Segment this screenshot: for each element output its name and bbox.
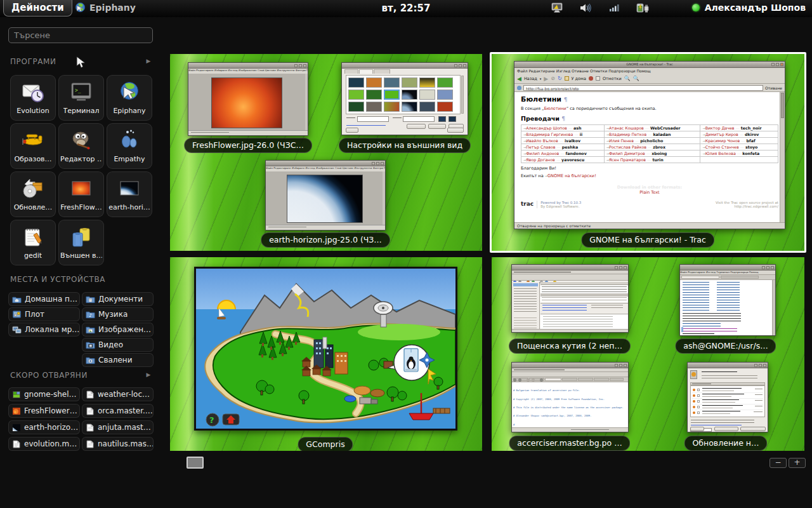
epiphany-urlbar-row: http://fsa-bg.org/project/gtp Отиване: [514, 84, 785, 92]
network-signal-icon[interactable]: [609, 3, 620, 13]
recent-item-evolution-po[interactable]: evolution.m…: [8, 437, 80, 451]
freshflower-thumbnail-icon: [68, 176, 95, 201]
place-item-pictures[interactable]: Изображен…: [82, 323, 154, 337]
document-icon: [86, 391, 95, 399]
reload-icon: ↻: [558, 76, 562, 81]
team-link: GNOME на български!: [547, 173, 596, 178]
system-status-icons: [551, 3, 650, 13]
app-item-epiphany[interactable]: Epiphany: [107, 75, 152, 121]
window-gimp-earth-horizon[interactable]: Файл Редактиране Избиране Изглед Изображ…: [265, 160, 386, 231]
volume-icon[interactable]: [580, 3, 593, 13]
activities-overview: Дейности Epiphany вт, 22:57: [0, 0, 812, 508]
battery-charging-icon[interactable]: [636, 3, 650, 13]
terminal-output: [680, 280, 772, 335]
recent-item-nautilus-po[interactable]: nautilus.mas…: [82, 437, 154, 451]
place-item-local-network[interactable]: Локална мр…: [8, 323, 80, 337]
window-appearance-settings[interactable]: [341, 62, 468, 135]
app-item-software-update[interactable]: Обновле…: [10, 171, 56, 217]
evolution-mail-icon: [20, 79, 46, 105]
trac-page-content: Бюлетини ¶ В секция „Бюлетини“ са период…: [514, 92, 785, 222]
window-caption-gcompris[interactable]: GCompris: [298, 437, 353, 451]
window-gedit[interactable]: # Bulgarian translation of accerciser po…: [511, 362, 629, 432]
gimp-canvas: [188, 74, 308, 130]
display-icon[interactable]: [551, 3, 563, 13]
recent-item-anjuta-po[interactable]: anjuta.mast…: [82, 420, 154, 434]
window-caption-mail[interactable]: Пощенска кутия (2 неп…: [509, 338, 631, 354]
earth-image: [287, 175, 363, 223]
app-item-empathy[interactable]: Empathy: [107, 123, 152, 169]
workspace-1[interactable]: Файл Редактиране Избиране Изглед Изображ…: [170, 54, 482, 251]
recent-item-orca-po[interactable]: orca.master.…: [82, 404, 154, 418]
software-update-icon: [20, 176, 46, 201]
recent-item-freshflower[interactable]: FreshFlower…: [8, 404, 80, 418]
recent-section-header: СКОРО ОТВАРЯНИ ▶: [10, 371, 152, 380]
gimp-menubar: Файл Редактиране Избиране Изглед Изображ…: [266, 166, 385, 171]
window-epiphany-trac[interactable]: GNOME на български! - Trac Файл Редактир…: [514, 61, 785, 229]
user-menu[interactable]: Александър Шопов: [692, 3, 806, 13]
place-item-videos[interactable]: Видео: [82, 338, 154, 352]
place-item-music[interactable]: ♪ Музика: [82, 307, 154, 321]
terminal-tabs: [680, 275, 775, 280]
selected-wallpaper: [384, 90, 400, 100]
window-caption-freshflower[interactable]: FreshFlower.jpg-26.0 (ЧЗС…: [184, 138, 312, 153]
app-item-gcompris[interactable]: Образов…: [10, 123, 56, 169]
gimp-menubar: Файл Редактиране Избиране Изглед Изображ…: [188, 69, 308, 73]
gcompris-map-scene: ?: [196, 269, 455, 429]
window-caption-trac[interactable]: GNOME на български! - Trac: [581, 232, 714, 248]
clock[interactable]: вт, 22:57: [382, 3, 431, 14]
expand-programs-icon[interactable]: ▶: [146, 58, 151, 64]
window-terminal[interactable]: Файл Редактиране Изглед Терминал Подпроз…: [679, 264, 776, 336]
downloads-folder-icon: [86, 356, 95, 364]
window-caption-earth[interactable]: earth-horizon.jpg-25.0 (ЧЗ…: [261, 232, 390, 248]
stop-icon: ⊘: [551, 76, 555, 81]
flower-thumbnail-icon: [12, 407, 21, 415]
window-evolution-mail[interactable]: [511, 264, 629, 333]
remove-workspace-button[interactable]: −: [769, 458, 787, 468]
scrollbar[interactable]: [780, 92, 785, 222]
window-caption-terminal[interactable]: ash@GNOME:/usr/s…: [675, 338, 776, 354]
app-item-gimp[interactable]: Редактор …: [58, 123, 104, 169]
workspace-2[interactable]: GNOME на български! - Trac Файл Редактир…: [492, 54, 804, 251]
epiphany-menubar: Файл Редактиране Изглед Отиване Отметки …: [514, 68, 785, 74]
app-item-appearance[interactable]: Външен в…: [58, 220, 104, 265]
recent-item-gnome-shell[interactable]: gnome-shel…: [8, 387, 80, 401]
place-item-desktop[interactable]: Плот: [8, 307, 80, 321]
zoom-out-icon: 🔍: [633, 76, 639, 81]
place-item-home[interactable]: Домашна п…: [8, 292, 80, 306]
window-titlebar: [512, 265, 628, 271]
expand-recent-icon[interactable]: ▶: [146, 371, 151, 378]
workspace-3[interactable]: ? GCompris: [170, 257, 482, 451]
app-item-freshflower[interactable]: FreshFlow…: [58, 171, 104, 217]
workspace-view-toggle[interactable]: [187, 457, 204, 469]
window-titlebar: [688, 363, 768, 368]
window-titlebar: [680, 265, 775, 271]
app-item-evolution[interactable]: Evolution: [10, 75, 56, 121]
videos-folder-icon: [86, 340, 95, 349]
bookmarks-icon: [596, 76, 600, 81]
forward-icon: ▶: [544, 76, 548, 82]
add-workspace-button[interactable]: +: [789, 458, 806, 468]
place-item-downloads[interactable]: Свалени: [82, 353, 154, 367]
back-icon: ◀: [517, 76, 521, 82]
window-update-manager[interactable]: [687, 362, 768, 432]
app-menu[interactable]: Epiphany: [75, 2, 136, 13]
gimp-icon: [68, 128, 95, 153]
recent-item-weather-locations[interactable]: weather-loc…: [82, 387, 154, 401]
place-item-documents[interactable]: Документи: [82, 292, 154, 306]
recent-item-earth-horizon[interactable]: earth-horizo…: [8, 420, 80, 434]
window-gcompris[interactable]: ?: [194, 267, 457, 431]
window-gimp-freshflower[interactable]: Файл Редактиране Избиране Изглед Изображ…: [188, 62, 308, 136]
workspace-4[interactable]: Файл Редактиране Изглед Терминал Подпроз…: [492, 257, 804, 451]
activities-button[interactable]: Дейности: [3, 0, 72, 17]
epiphany-toolbar: ◀ Назад▾ ▶ ⊘ ↻ У дома Отметки 🔍 🔍: [514, 74, 785, 84]
window-caption-updates[interactable]: Обновление н…: [684, 436, 767, 451]
gimp-statusbar: [188, 130, 308, 135]
app-item-terminal[interactable]: >_ Терминал: [58, 75, 104, 121]
app-item-earth-horizon[interactable]: earth-hori…: [107, 171, 152, 217]
window-caption-gedit[interactable]: accerciser.master.bg.po …: [509, 436, 630, 451]
window-caption-appearance[interactable]: Настройки на външния вид: [339, 138, 471, 153]
scrollbar[interactable]: [772, 280, 775, 335]
app-item-gedit[interactable]: gedit: [10, 220, 56, 265]
site-icon: [517, 86, 521, 90]
search-input[interactable]: [8, 27, 153, 43]
